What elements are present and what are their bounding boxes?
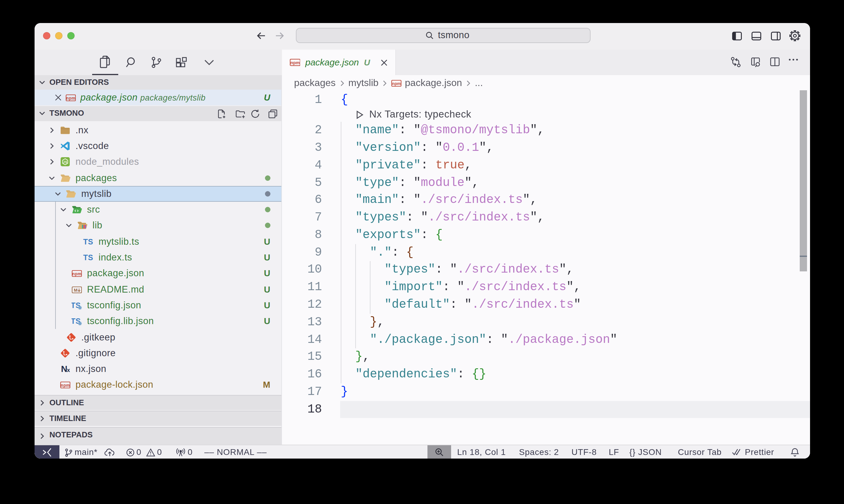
svg-text:npm: npm [66, 96, 75, 101]
svg-text:npm: npm [290, 60, 299, 65]
